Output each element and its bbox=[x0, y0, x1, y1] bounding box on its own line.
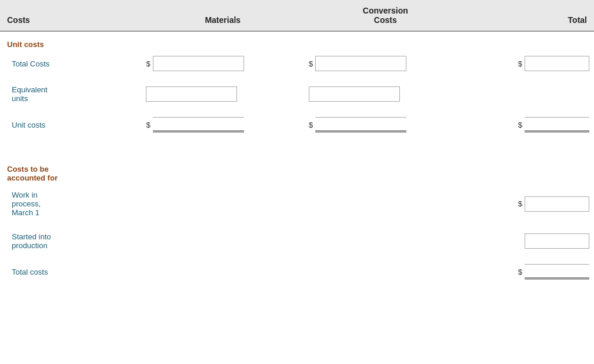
header-materials: Materials bbox=[141, 0, 304, 32]
costs-accounted-section-label: Costs to beaccounted for bbox=[0, 156, 141, 186]
header-total: Total bbox=[467, 0, 594, 32]
dollar-sign-5: $ bbox=[309, 121, 313, 129]
unit-costs-conversion-input[interactable] bbox=[315, 117, 406, 132]
started-production-row: Started intoproduction bbox=[0, 228, 594, 255]
equivalent-units-label: Equivalentunits bbox=[0, 81, 141, 108]
costs-header-label: Costs bbox=[7, 15, 30, 25]
section-spacer bbox=[0, 136, 594, 156]
equivalent-units-conversion-input[interactable] bbox=[309, 86, 400, 102]
conversion-costs-label: Conversion Costs bbox=[363, 6, 408, 25]
started-production-label: Started intoproduction bbox=[0, 228, 141, 255]
started-production-total-input[interactable] bbox=[525, 233, 589, 249]
unit-costs-materials-cell: $ bbox=[141, 113, 304, 136]
work-in-process-total-input[interactable] bbox=[525, 196, 589, 212]
dollar-sign-3: $ bbox=[518, 59, 522, 68]
unit-costs-conversion-cell: $ bbox=[304, 113, 467, 136]
dollar-sign-6: $ bbox=[518, 121, 522, 129]
unit-costs-row-label: Unit costs bbox=[0, 113, 141, 136]
table-header: Costs Materials Conversion Costs Total bbox=[0, 0, 594, 32]
unit-costs-total-cell: $ bbox=[467, 113, 594, 136]
work-in-process-total-cell: $ bbox=[467, 186, 594, 222]
equivalent-units-materials-input[interactable] bbox=[146, 86, 237, 102]
header-costs: Costs bbox=[0, 0, 141, 32]
total-costs-total-cell: $ bbox=[467, 52, 594, 75]
dollar-sign-8: $ bbox=[518, 268, 522, 276]
unit-costs-row: Unit costs $ $ $ bbox=[0, 113, 594, 136]
total-costs-bottom-input[interactable] bbox=[525, 264, 589, 279]
dollar-sign-7: $ bbox=[518, 199, 522, 208]
equivalent-units-row: Equivalentunits bbox=[0, 81, 594, 108]
spacer-3 bbox=[0, 222, 594, 228]
equivalent-units-materials-cell bbox=[141, 81, 304, 108]
total-costs-conversion-input[interactable] bbox=[315, 56, 406, 71]
started-production-total-cell bbox=[467, 228, 594, 255]
unit-costs-materials-input[interactable] bbox=[153, 117, 244, 132]
spacer-4 bbox=[0, 255, 594, 261]
costs-accounted-section-row: Costs to beaccounted for bbox=[0, 156, 594, 186]
dollar-sign-1: $ bbox=[146, 59, 150, 68]
unit-costs-total-input[interactable] bbox=[525, 117, 589, 132]
unit-costs-section-row: Unit costs bbox=[0, 32, 594, 52]
spacer-1 bbox=[0, 75, 594, 81]
total-costs-bottom-row: Total costs $ bbox=[0, 261, 594, 283]
work-in-process-row: Work inprocess,March 1 $ bbox=[0, 186, 594, 222]
unit-costs-section-label: Unit costs bbox=[0, 32, 141, 52]
total-costs-bottom-total-cell: $ bbox=[467, 261, 594, 283]
total-costs-bottom-label: Total costs bbox=[0, 261, 141, 283]
total-costs-row: Total Costs $ $ $ bbox=[0, 52, 594, 75]
total-costs-conversion-cell: $ bbox=[304, 52, 467, 75]
total-costs-total-input[interactable] bbox=[525, 56, 589, 71]
equivalent-units-conversion-cell bbox=[304, 81, 467, 108]
total-header-label: Total bbox=[568, 15, 587, 25]
work-in-process-label: Work inprocess,March 1 bbox=[0, 186, 141, 222]
total-costs-label: Total Costs bbox=[0, 52, 141, 75]
dollar-sign-4: $ bbox=[146, 121, 150, 129]
header-conversion: Conversion Costs bbox=[304, 0, 467, 32]
total-costs-materials-cell: $ bbox=[141, 52, 304, 75]
dollar-sign-2: $ bbox=[309, 59, 313, 68]
total-costs-materials-input[interactable] bbox=[153, 56, 244, 71]
materials-header-label: Materials bbox=[205, 15, 241, 25]
spacer-2 bbox=[0, 108, 594, 113]
